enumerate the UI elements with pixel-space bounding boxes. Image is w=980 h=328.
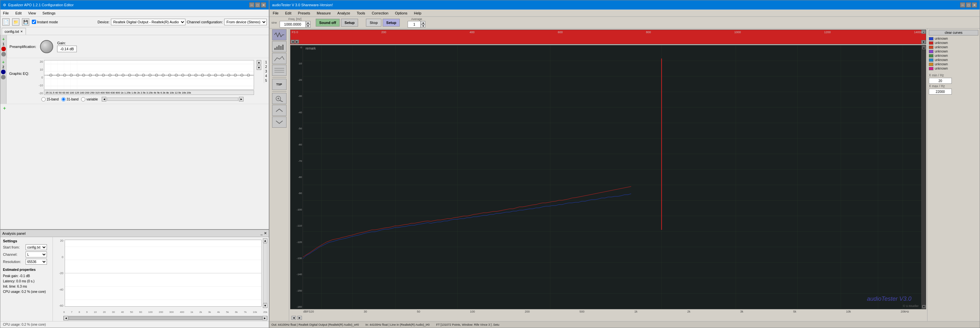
analysis-scroll-down[interactable]: ▼ (263, 303, 267, 308)
at-btn-tsp[interactable]: TSP (272, 79, 286, 90)
at-menu-options[interactable]: Options (393, 11, 409, 16)
eq-add-filter-btn[interactable]: + (3, 105, 6, 111)
at-level-up-btn[interactable]: ▲ (921, 30, 926, 34)
at-x-left-btn[interactable]: ◄ (291, 316, 296, 320)
start-from-select[interactable]: config.txt (25, 244, 47, 250)
eq-minimize-btn[interactable]: ─ (249, 2, 255, 8)
eq-menu-edit[interactable]: Edit (14, 11, 23, 16)
eq-row-2-power-icon[interactable] (1, 70, 6, 74)
at-avg-down-btn[interactable]: ▼ (421, 24, 425, 27)
at-stop-btn[interactable]: Stop (366, 19, 381, 27)
instant-mode-checkbox-wrap: Instant mode (32, 20, 58, 24)
band-variable-radio[interactable] (81, 97, 85, 102)
eq-menu-file[interactable]: File (2, 11, 10, 16)
eq-tab-close[interactable]: ✕ (20, 30, 23, 33)
at-minimize-btn[interactable]: ─ (960, 2, 965, 8)
resolution-select[interactable]: 65536 (25, 259, 47, 264)
preamp-knob[interactable] (40, 40, 53, 53)
at-setup1-btn[interactable]: Setup (341, 19, 358, 27)
analysis-scroll-up[interactable]: ▲ (263, 238, 267, 243)
at-sound-off-btn[interactable]: Sound off (316, 19, 340, 27)
at-menu-correction[interactable]: Correction (371, 11, 390, 16)
at-avg-input[interactable] (407, 21, 421, 27)
at-v-scroll-track[interactable] (921, 50, 926, 304)
scroll-up2-icon (274, 107, 284, 114)
at-menu-file[interactable]: File (271, 11, 280, 16)
at-titlebar: audioTester V 3.0 Shareware-Version! ─ □… (269, 0, 980, 10)
at-avg-label: Average (407, 18, 425, 21)
eq-row-1-add[interactable]: + (2, 37, 5, 42)
gain-input[interactable] (57, 46, 77, 52)
channel-config-select[interactable]: From device (Stereo) (224, 19, 267, 25)
eq-row-1-power-icon[interactable] (1, 47, 6, 51)
eq-row-2-add[interactable]: + (2, 59, 5, 65)
analysis-minimize-btn[interactable]: _ (261, 231, 262, 236)
eq-menu-settings[interactable]: Settings (41, 11, 57, 16)
at-btn-rta[interactable] (272, 41, 286, 52)
at-freq-input[interactable] (280, 21, 306, 27)
at-menu-analyze[interactable]: Analyze (336, 11, 352, 16)
channel-select[interactable]: L (25, 252, 47, 257)
at-level-left-btn[interactable]: ◄ (291, 40, 295, 44)
at-btn-scroll-up2[interactable] (272, 105, 286, 116)
at-btn-level[interactable] (272, 65, 286, 76)
at-level-right-btn[interactable]: ► (295, 40, 299, 44)
at-menu-help[interactable]: Help (412, 11, 423, 16)
at-avg-up-btn[interactable]: ▲ (421, 21, 425, 24)
at-btn-scroll-down2[interactable] (272, 116, 286, 128)
band-31-radio[interactable] (61, 97, 66, 102)
at-setup2-btn[interactable]: Setup (383, 19, 400, 27)
eq-menu-view[interactable]: View (27, 11, 37, 16)
analysis-y-axis: 20 0 -20 -40 -60 (54, 238, 63, 308)
at-scroll-down-btn[interactable]: ▼ (922, 305, 926, 309)
latency-label: Latency: (3, 279, 16, 283)
analysis-scroll-right[interactable]: ► (262, 316, 267, 320)
eq-tab-config[interactable]: config.txt ✕ (2, 28, 26, 35)
geq-scrollbar[interactable]: 25 31.5 40 50 63 80 100 125 160 200 250 … (44, 90, 254, 95)
audiotester-panel: audioTester V 3.0 Shareware-Version! ─ □… (269, 0, 980, 328)
instant-mode-checkbox[interactable] (32, 20, 36, 24)
at-x-right-btn[interactable]: ► (298, 316, 302, 320)
analysis-h-scroll[interactable]: ◄ ► (63, 316, 267, 320)
analysis-scroll-left[interactable]: ◄ (64, 316, 68, 320)
at-freq-down-btn[interactable]: ▼ (306, 24, 310, 27)
eq-new-btn[interactable]: 📄 (2, 18, 10, 25)
at-status-out: Out: 44100Hz float | Realtek Digital Out… (271, 323, 359, 326)
at-scroll-up-btn[interactable]: ▲ (922, 46, 926, 49)
geq-y-n10: -10 (35, 84, 43, 87)
analysis-scrollbar-thumb[interactable] (68, 317, 262, 320)
at-close-btn[interactable]: ✕ (972, 2, 977, 8)
eq-maximize-btn[interactable]: □ (255, 2, 260, 8)
geq-scroll-left[interactable]: ◄ (102, 97, 107, 102)
analysis-scroll-track[interactable] (263, 243, 267, 303)
at-maximize-btn[interactable]: □ (966, 2, 971, 8)
at-menu-tools[interactable]: Tools (355, 11, 367, 16)
channel-label: Channel: (3, 253, 24, 256)
at-menu-presets[interactable]: Presets (297, 11, 312, 16)
eq-row-1-settings-icon[interactable] (1, 52, 6, 56)
eq-save-btn[interactable]: 💾 (22, 18, 29, 25)
at-btn-zoom-in[interactable] (272, 93, 286, 104)
at-menu-edit[interactable]: Edit (284, 11, 293, 16)
band-15-radio[interactable] (41, 97, 46, 102)
geq-scroll-right[interactable]: ► (239, 97, 243, 102)
at-level-down-btn[interactable]: ▼ (921, 40, 926, 44)
analysis-close-btn[interactable]: ✕ (264, 231, 267, 236)
device-select[interactable]: Realtek Digital Output - Realtek(R) Audi… (111, 19, 185, 25)
eq-close-btn[interactable]: ✕ (261, 2, 266, 8)
at-xmin-input[interactable] (929, 78, 952, 84)
eq-open-btn[interactable]: 📁 (12, 18, 19, 25)
at-legend-label-1: unknown (935, 41, 978, 45)
at-btn-waveform[interactable] (272, 29, 286, 40)
at-clear-curves-btn[interactable]: clear curves (929, 30, 978, 35)
geq-scroll-up[interactable]: ▲ (257, 60, 261, 65)
geq-h-scrollbar-track[interactable] (107, 97, 238, 101)
at-freq-up-btn[interactable]: ▲ (306, 21, 310, 24)
at-btn-spectrum2[interactable] (272, 53, 286, 64)
eq-row-2-settings-icon[interactable] (1, 75, 6, 80)
at-xmax-input[interactable] (929, 89, 952, 95)
eq-titlebar: ⚙ Equalizer APO 1.2.1 Configuration Edit… (0, 0, 269, 10)
at-menu-measure[interactable]: Measure (315, 11, 332, 16)
geq-band-options: 15-band 31-band variable ◄ ► (41, 97, 243, 102)
geq-scroll-down[interactable]: ▼ (257, 65, 261, 70)
